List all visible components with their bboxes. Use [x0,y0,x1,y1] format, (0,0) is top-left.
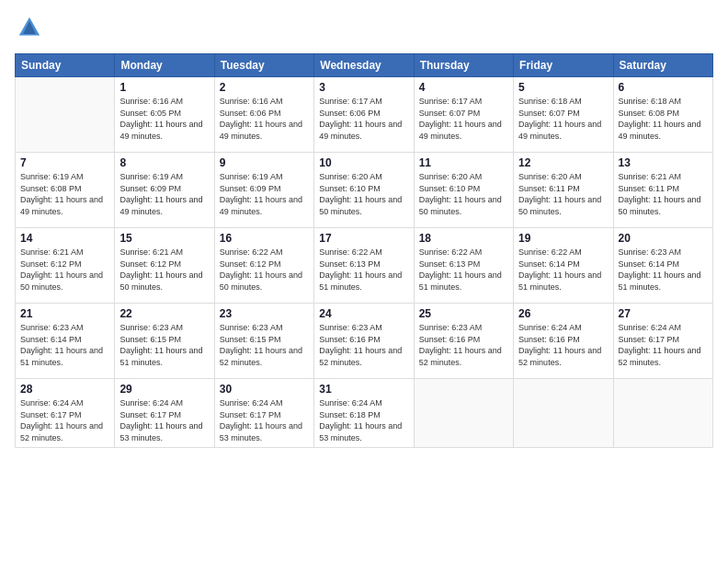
page: SundayMondayTuesdayWednesdayThursdayFrid… [0,0,728,563]
calendar-cell: 21Sunrise: 6:23 AMSunset: 6:14 PMDayligh… [16,304,115,379]
calendar-cell: 13Sunrise: 6:21 AMSunset: 6:11 PMDayligh… [613,153,712,228]
day-number: 23 [220,307,309,320]
day-info: Sunrise: 6:22 AMSunset: 6:13 PMDaylight:… [319,247,408,293]
day-info: Sunrise: 6:19 AMSunset: 6:09 PMDaylight:… [220,171,309,217]
calendar-cell: 27Sunrise: 6:24 AMSunset: 6:17 PMDayligh… [613,304,712,379]
calendar-week-row: 28Sunrise: 6:24 AMSunset: 6:17 PMDayligh… [16,379,713,448]
day-number: 18 [419,232,508,245]
calendar-cell: 28Sunrise: 6:24 AMSunset: 6:17 PMDayligh… [16,379,115,448]
calendar-cell: 8Sunrise: 6:19 AMSunset: 6:09 PMDaylight… [115,153,214,228]
calendar-cell [414,379,513,448]
calendar-header-monday: Monday [115,54,214,77]
calendar-cell: 20Sunrise: 6:23 AMSunset: 6:14 PMDayligh… [613,228,712,304]
calendar-header-thursday: Thursday [414,54,513,77]
day-info: Sunrise: 6:24 AMSunset: 6:17 PMDaylight:… [220,397,309,443]
calendar-header-sunday: Sunday [16,54,115,77]
day-info: Sunrise: 6:16 AMSunset: 6:05 PMDaylight:… [119,96,209,142]
calendar-cell: 17Sunrise: 6:22 AMSunset: 6:13 PMDayligh… [314,228,414,304]
day-info: Sunrise: 6:21 AMSunset: 6:12 PMDaylight:… [20,247,109,293]
day-info: Sunrise: 6:16 AMSunset: 6:06 PMDaylight:… [220,96,309,142]
day-number: 11 [419,156,508,169]
calendar-cell [16,77,115,153]
day-number: 15 [119,232,209,245]
calendar-cell: 6Sunrise: 6:18 AMSunset: 6:08 PMDaylight… [613,77,712,153]
calendar-week-row: 14Sunrise: 6:21 AMSunset: 6:12 PMDayligh… [16,228,713,304]
day-number: 13 [619,156,708,169]
day-info: Sunrise: 6:20 AMSunset: 6:10 PMDaylight:… [419,171,508,217]
calendar-cell: 29Sunrise: 6:24 AMSunset: 6:17 PMDayligh… [115,379,214,448]
day-info: Sunrise: 6:24 AMSunset: 6:18 PMDaylight:… [319,397,408,443]
day-number: 10 [319,156,408,169]
calendar-cell: 26Sunrise: 6:24 AMSunset: 6:16 PMDayligh… [514,304,613,379]
day-number: 31 [319,383,408,396]
day-number: 22 [119,307,209,320]
calendar-header-friday: Friday [514,54,613,77]
calendar-week-row: 7Sunrise: 6:19 AMSunset: 6:08 PMDaylight… [16,153,713,228]
calendar-cell: 12Sunrise: 6:20 AMSunset: 6:11 PMDayligh… [514,153,613,228]
calendar-cell: 10Sunrise: 6:20 AMSunset: 6:10 PMDayligh… [314,153,414,228]
day-info: Sunrise: 6:19 AMSunset: 6:08 PMDaylight:… [20,171,109,217]
calendar-cell [613,379,712,448]
header [15,15,713,44]
day-info: Sunrise: 6:21 AMSunset: 6:11 PMDaylight:… [619,171,708,217]
calendar-cell: 4Sunrise: 6:17 AMSunset: 6:07 PMDaylight… [414,77,513,153]
calendar-cell: 30Sunrise: 6:24 AMSunset: 6:17 PMDayligh… [214,379,313,448]
calendar-header-row: SundayMondayTuesdayWednesdayThursdayFrid… [16,54,713,77]
day-info: Sunrise: 6:24 AMSunset: 6:17 PMDaylight:… [119,397,209,443]
calendar-cell: 9Sunrise: 6:19 AMSunset: 6:09 PMDaylight… [214,153,313,228]
day-number: 6 [619,81,708,94]
day-number: 2 [220,81,309,94]
day-number: 29 [119,383,209,396]
day-info: Sunrise: 6:18 AMSunset: 6:07 PMDaylight:… [518,96,608,142]
day-info: Sunrise: 6:22 AMSunset: 6:12 PMDaylight:… [220,247,309,293]
day-number: 30 [220,383,309,396]
day-info: Sunrise: 6:23 AMSunset: 6:15 PMDaylight:… [119,322,209,368]
day-info: Sunrise: 6:21 AMSunset: 6:12 PMDaylight:… [119,247,209,293]
day-number: 20 [619,232,708,245]
day-number: 28 [20,383,109,396]
day-number: 7 [20,156,109,169]
day-number: 4 [419,81,508,94]
day-info: Sunrise: 6:24 AMSunset: 6:17 PMDaylight:… [619,322,708,368]
calendar-cell: 18Sunrise: 6:22 AMSunset: 6:13 PMDayligh… [414,228,513,304]
day-info: Sunrise: 6:18 AMSunset: 6:08 PMDaylight:… [619,96,708,142]
calendar-cell [514,379,613,448]
day-number: 26 [518,307,608,320]
day-info: Sunrise: 6:20 AMSunset: 6:11 PMDaylight:… [518,171,608,217]
day-info: Sunrise: 6:23 AMSunset: 6:15 PMDaylight:… [220,322,309,368]
calendar-cell: 24Sunrise: 6:23 AMSunset: 6:16 PMDayligh… [314,304,414,379]
day-info: Sunrise: 6:20 AMSunset: 6:10 PMDaylight:… [319,171,408,217]
calendar-cell: 5Sunrise: 6:18 AMSunset: 6:07 PMDaylight… [514,77,613,153]
calendar-cell: 11Sunrise: 6:20 AMSunset: 6:10 PMDayligh… [414,153,513,228]
day-info: Sunrise: 6:23 AMSunset: 6:14 PMDaylight:… [20,322,109,368]
calendar-week-row: 21Sunrise: 6:23 AMSunset: 6:14 PMDayligh… [16,304,713,379]
day-number: 21 [20,307,109,320]
day-number: 12 [518,156,608,169]
day-number: 1 [119,81,209,94]
calendar-cell: 16Sunrise: 6:22 AMSunset: 6:12 PMDayligh… [214,228,313,304]
day-number: 27 [619,307,708,320]
day-info: Sunrise: 6:22 AMSunset: 6:13 PMDaylight:… [419,247,508,293]
calendar-cell: 15Sunrise: 6:21 AMSunset: 6:12 PMDayligh… [115,228,214,304]
calendar-header-saturday: Saturday [613,54,712,77]
calendar-header-wednesday: Wednesday [314,54,414,77]
day-number: 17 [319,232,408,245]
calendar-cell: 23Sunrise: 6:23 AMSunset: 6:15 PMDayligh… [214,304,313,379]
day-info: Sunrise: 6:23 AMSunset: 6:16 PMDaylight:… [319,322,408,368]
calendar-cell: 2Sunrise: 6:16 AMSunset: 6:06 PMDaylight… [214,77,313,153]
day-number: 8 [119,156,209,169]
day-number: 3 [319,81,408,94]
calendar-cell: 14Sunrise: 6:21 AMSunset: 6:12 PMDayligh… [16,228,115,304]
calendar-cell: 19Sunrise: 6:22 AMSunset: 6:14 PMDayligh… [514,228,613,304]
logo-icon [17,15,42,40]
day-info: Sunrise: 6:24 AMSunset: 6:17 PMDaylight:… [20,397,109,443]
day-info: Sunrise: 6:24 AMSunset: 6:16 PMDaylight:… [518,322,608,368]
day-info: Sunrise: 6:17 AMSunset: 6:06 PMDaylight:… [319,96,408,142]
day-info: Sunrise: 6:17 AMSunset: 6:07 PMDaylight:… [419,96,508,142]
calendar-table: SundayMondayTuesdayWednesdayThursdayFrid… [15,53,713,448]
calendar-cell: 25Sunrise: 6:23 AMSunset: 6:16 PMDayligh… [414,304,513,379]
day-number: 19 [518,232,608,245]
calendar-week-row: 1Sunrise: 6:16 AMSunset: 6:05 PMDaylight… [16,77,713,153]
calendar-cell: 1Sunrise: 6:16 AMSunset: 6:05 PMDaylight… [115,77,214,153]
day-info: Sunrise: 6:23 AMSunset: 6:14 PMDaylight:… [619,247,708,293]
